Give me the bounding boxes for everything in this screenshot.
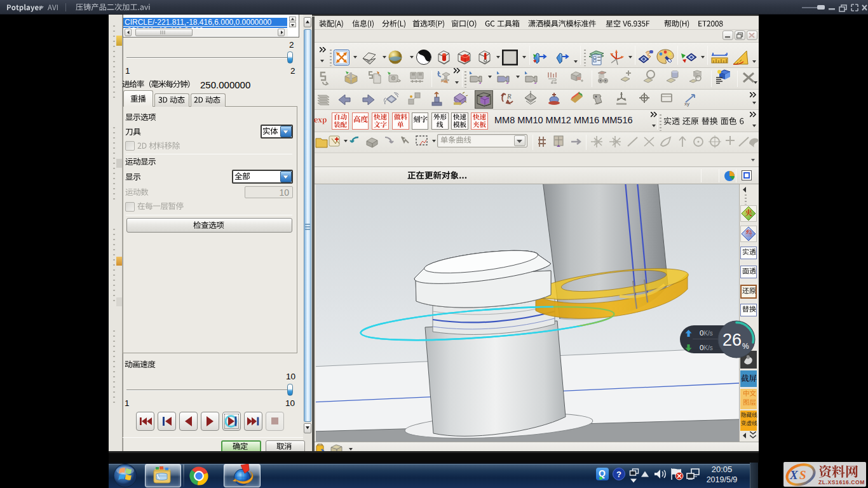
svg-text:%: % (742, 342, 749, 351)
svg-text:xy: xy (684, 101, 689, 107)
svg-text:26: 26 (722, 330, 742, 349)
svg-text:X: X (789, 468, 799, 482)
svg-text:S: S (799, 468, 806, 482)
svg-text:?: ? (616, 470, 621, 479)
svg-text:R: R (506, 92, 512, 100)
